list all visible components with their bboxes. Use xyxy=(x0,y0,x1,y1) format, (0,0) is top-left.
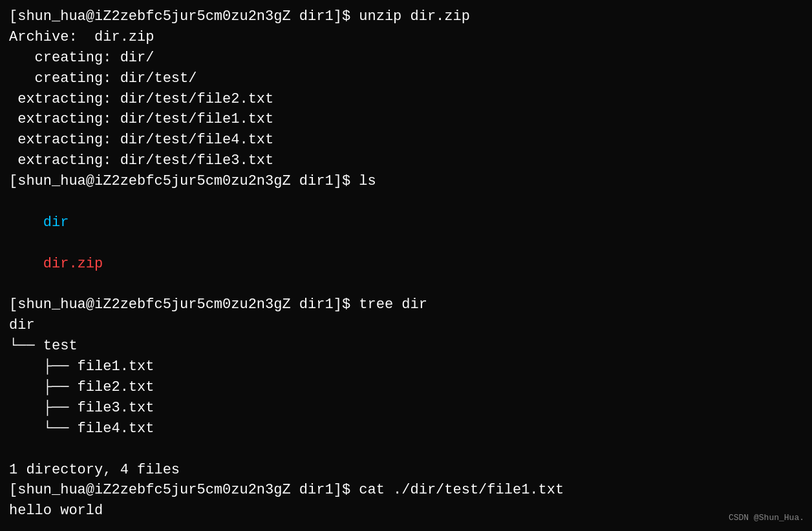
cmd-unzip-line: [shun_hua@iZ2zebfc5jur5cm0zu2n3gZ dir1]$… xyxy=(9,6,803,27)
tree-dir-line: dir xyxy=(9,315,803,336)
ls-output-line: dir dir.zip xyxy=(9,192,803,295)
terminal: [shun_hua@iZ2zebfc5jur5cm0zu2n3gZ dir1]$… xyxy=(9,6,803,521)
extracting-file3-line: extracting: dir/test/file3.txt xyxy=(9,151,803,171)
ls-dirzip: dir.zip xyxy=(43,256,103,272)
cmd-tree-line: [shun_hua@iZ2zebfc5jur5cm0zu2n3gZ dir1]$… xyxy=(9,295,803,315)
ls-dir: dir xyxy=(43,214,69,231)
watermark: CSDN @Shun_Hua. xyxy=(729,512,804,525)
extracting-file1-line: extracting: dir/test/file1.txt xyxy=(9,109,803,130)
tree-summary-line: 1 directory, 4 files xyxy=(9,460,803,481)
ls-separator xyxy=(43,235,69,251)
archive-label-line: Archive: dir.zip xyxy=(9,27,803,48)
extracting-file2-line: extracting: dir/test/file2.txt xyxy=(9,89,803,110)
creating-dir-line: creating: dir/ xyxy=(9,48,803,68)
cat-output-line: hello world xyxy=(9,501,803,521)
extracting-file4-line: extracting: dir/test/file4.txt xyxy=(9,130,803,151)
tree-file2-line: ├── file2.txt xyxy=(9,377,803,398)
tree-file3-line: ├── file3.txt xyxy=(9,398,803,419)
creating-test-line: creating: dir/test/ xyxy=(9,68,803,89)
cmd-ls-line: [shun_hua@iZ2zebfc5jur5cm0zu2n3gZ dir1]$… xyxy=(9,171,803,192)
tree-file1-line: ├── file1.txt xyxy=(9,357,803,377)
cmd-cat-line: [shun_hua@iZ2zebfc5jur5cm0zu2n3gZ dir1]$… xyxy=(9,480,803,501)
tree-test-line: └── test xyxy=(9,336,803,357)
blank-line xyxy=(9,439,803,460)
tree-file4-line: └── file4.txt xyxy=(9,419,803,439)
